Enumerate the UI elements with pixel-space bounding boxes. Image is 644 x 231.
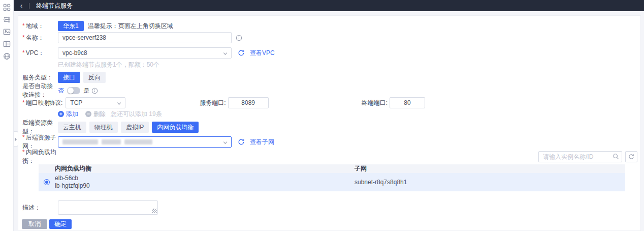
name-input[interactable] bbox=[58, 32, 232, 43]
vpc-select-value: vpc-b9c8 bbox=[62, 49, 87, 56]
redacted-value bbox=[102, 139, 121, 145]
protocol-select-value: TCP bbox=[70, 99, 82, 106]
elb-search-input[interactable] bbox=[538, 151, 622, 162]
port-mapping-actions: 添加 删除 您还可以添加 19条 bbox=[22, 110, 637, 118]
subnet-column-header: 子网 bbox=[355, 164, 625, 173]
name-label: *名称： bbox=[22, 34, 58, 42]
elb-name-cell: elb-56cb lb-hgtzfqlp90 bbox=[55, 175, 355, 190]
chevron-down-icon bbox=[117, 101, 121, 106]
service-type-option-reverse[interactable]: 反向 bbox=[83, 72, 106, 83]
backend-type-option-bms[interactable]: 物理机 bbox=[89, 122, 118, 133]
chevron-down-icon bbox=[223, 140, 228, 145]
elb-id: lb-hgtzfqlp90 bbox=[55, 182, 355, 190]
image-icon[interactable] bbox=[3, 28, 11, 36]
service-port-input[interactable] bbox=[228, 97, 269, 108]
vpc-label: *VPC： bbox=[22, 49, 58, 57]
backend-type-option-elb[interactable]: 内网负载均衡 bbox=[152, 122, 199, 133]
search-icon[interactable] bbox=[613, 153, 619, 160]
layout-icon[interactable] bbox=[3, 40, 11, 48]
backend-type-option-vip[interactable]: 虚拟IP bbox=[121, 122, 149, 133]
elb-column-header: 内网负载均衡 bbox=[55, 164, 355, 173]
left-nav-rail bbox=[0, 0, 14, 231]
backend-type-row: 后端资源类型： 云主机 物理机 虚拟IP 内网负载均衡 bbox=[22, 122, 637, 133]
page-background: *地域： 华东1 温馨提示：页面左上角切换区域 *名称： *VPC： vpc-b… bbox=[14, 11, 644, 231]
protocol-label: 协议: bbox=[49, 99, 62, 107]
add-label: 添加 bbox=[66, 110, 78, 119]
port-mapping-row: *端口映射： 协议: TCP 服务端口: 终端端口: bbox=[22, 97, 637, 108]
service-type-row: 服务类型： 接口 反向 bbox=[22, 72, 637, 83]
page-header: ‹ 终端节点服务 bbox=[14, 0, 644, 11]
auto-accept-label: 是否自动接收连接： bbox=[22, 82, 58, 99]
confirm-button[interactable]: 确定 bbox=[49, 219, 72, 229]
remove-circle-icon bbox=[85, 111, 91, 117]
auto-accept-toggle[interactable] bbox=[67, 87, 80, 94]
auto-accept-yes-label: 是 bbox=[83, 86, 89, 95]
region-button[interactable]: 华东1 bbox=[58, 21, 84, 31]
refresh-vpc-icon[interactable] bbox=[238, 49, 245, 56]
description-textarea[interactable] bbox=[58, 200, 158, 215]
region-tip: 温馨提示：页面左上角切换区域 bbox=[88, 22, 173, 31]
refresh-subnet-icon[interactable] bbox=[238, 138, 245, 146]
elb-subnet-cell: subnet-r8q7s8q8h1 bbox=[355, 179, 625, 186]
description-row: 描述： bbox=[22, 200, 637, 215]
backend-subnet-select[interactable] bbox=[58, 136, 232, 148]
elb-table: 内网负载均衡 子网 elb-56cb lb-hgtzfqlp90 subnet-… bbox=[39, 164, 625, 191]
region-label: *地域： bbox=[22, 22, 58, 31]
chevron-down-icon bbox=[223, 51, 228, 56]
remove-port-mapping[interactable]: 删除 bbox=[85, 110, 106, 119]
toggle-knob bbox=[68, 88, 74, 94]
add-port-mapping[interactable]: 添加 bbox=[58, 110, 78, 119]
refresh-list-button[interactable] bbox=[625, 151, 637, 162]
service-port-label: 服务端口: bbox=[200, 99, 226, 107]
name-row: *名称： bbox=[22, 32, 637, 43]
protocol-select[interactable]: TCP bbox=[66, 97, 125, 108]
header-divider bbox=[29, 3, 29, 9]
form-actions: 取消 确定 bbox=[22, 219, 637, 229]
redacted-value bbox=[124, 139, 152, 145]
form-card: *地域： 华东1 温馨提示：页面左上角切换区域 *名称： *VPC： vpc-b… bbox=[18, 15, 641, 231]
elb-row-radio[interactable] bbox=[44, 179, 50, 185]
elb-row: *内网负载均衡： bbox=[22, 151, 637, 162]
auto-accept-no-label: 否 bbox=[58, 86, 64, 95]
endpoint-port-input[interactable] bbox=[390, 97, 425, 108]
elb-table-header: 内网负载均衡 子网 bbox=[39, 164, 625, 173]
back-button[interactable]: ‹ bbox=[14, 0, 29, 11]
view-subnet-link[interactable]: 查看子网 bbox=[250, 138, 274, 147]
view-vpc-link[interactable]: 查看VPC bbox=[250, 49, 275, 57]
workflow-icon[interactable] bbox=[3, 16, 11, 23]
elb-label: *内网负载均衡： bbox=[22, 148, 58, 165]
resize-handle-icon[interactable] bbox=[152, 209, 157, 213]
cancel-button[interactable]: 取消 bbox=[22, 219, 47, 229]
elb-table-row[interactable]: elb-56cb lb-hgtzfqlp90 subnet-r8q7s8q8h1 bbox=[39, 173, 625, 191]
backend-subnet-row: *后端资源子网： 查看子网 bbox=[22, 136, 637, 148]
vpc-row: *VPC： vpc-b9c8 查看VPC bbox=[22, 47, 637, 59]
vpc-quota-hint: 已创建终端节点服务1个，配额：50个 bbox=[22, 61, 637, 68]
backend-type-option-ecs[interactable]: 云主机 bbox=[58, 122, 86, 133]
vpc-select[interactable]: vpc-b9c8 bbox=[58, 47, 232, 59]
remove-label: 删除 bbox=[93, 110, 106, 119]
info-icon[interactable] bbox=[91, 88, 98, 94]
remaining-quota-text: 您还可以添加 19条 bbox=[111, 110, 162, 119]
page-title: 终端节点服务 bbox=[36, 2, 73, 10]
description-label: 描述： bbox=[22, 204, 58, 212]
elb-name: elb-56cb bbox=[55, 175, 355, 182]
service-type-option-interface[interactable]: 接口 bbox=[58, 72, 80, 83]
endpoint-port-label: 终端端口: bbox=[362, 99, 388, 107]
service-type-label: 服务类型： bbox=[22, 73, 58, 82]
globe-icon[interactable] bbox=[3, 52, 11, 60]
add-circle-icon bbox=[58, 111, 64, 117]
apps-grid-icon[interactable] bbox=[3, 4, 11, 11]
redacted-value bbox=[62, 139, 98, 145]
auto-accept-row: 是否自动接收连接： 否 是 bbox=[22, 87, 637, 94]
region-row: *地域： 华东1 温馨提示：页面左上角切换区域 bbox=[22, 21, 637, 31]
info-icon[interactable] bbox=[236, 35, 242, 41]
